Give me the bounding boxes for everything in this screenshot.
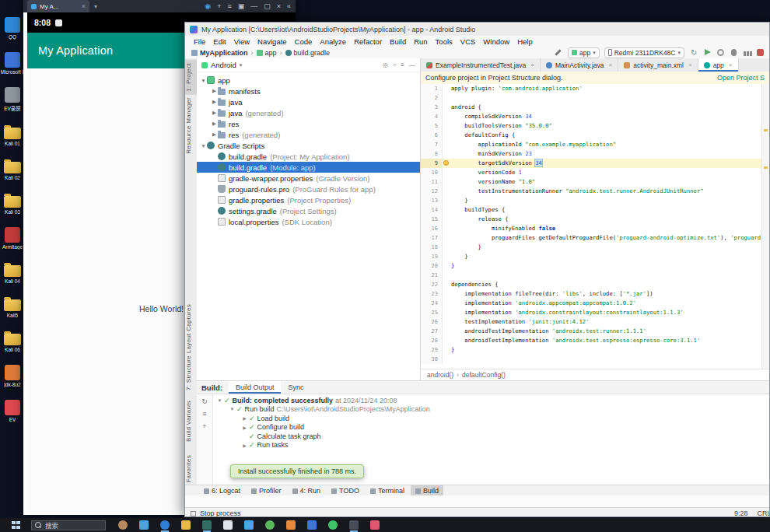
- tool-button-build-variants[interactable]: Build Variants: [185, 397, 197, 445]
- record-icon[interactable]: ◉: [205, 0, 211, 12]
- chevron-expanded-icon[interactable]: ▼: [200, 143, 207, 149]
- breadcrumb-item-build-gradle[interactable]: build.gradle: [285, 49, 331, 57]
- menu-tools[interactable]: Tools: [432, 37, 457, 46]
- build-step-load-build[interactable]: ▶✓Load build: [215, 414, 769, 423]
- editor-tab-exampleinstrumentedtest-java[interactable]: ExampleInstrumentedTest.java×: [421, 58, 541, 72]
- taskbar-search[interactable]: 搜索: [31, 520, 106, 530]
- debug-icon[interactable]: [729, 47, 739, 58]
- tree-item-build-gradle-project-my-application[interactable]: build.gradle(Project: My Application): [197, 151, 420, 162]
- taskbar-icon-qq[interactable]: [244, 520, 254, 530]
- device-dropdown[interactable]: Redmi 2311DRK48C ▾: [604, 47, 684, 58]
- tree-item-build-gradle-module-app[interactable]: build.gradle(Module: app): [197, 162, 420, 173]
- desktop-icon-folder-kali-02[interactable]: Kali 02: [0, 159, 25, 180]
- menu-analyze[interactable]: Analyze: [316, 37, 350, 46]
- desktop-icon-jdk[interactable]: jdk-8u2: [0, 365, 25, 387]
- chevron-collapsed-icon[interactable]: ▶: [211, 131, 218, 138]
- tool-button-layout-captures[interactable]: Layout Captures: [185, 301, 197, 356]
- build-tab-sync[interactable]: Sync: [281, 381, 310, 394]
- menu-refactor[interactable]: Refactor: [350, 37, 386, 46]
- menu-help[interactable]: Help: [513, 37, 537, 46]
- desktop-icon-folder-kali-05[interactable]: Kali5: [0, 296, 25, 318]
- chevron-icon[interactable]: ▶: [241, 415, 248, 421]
- popout-icon[interactable]: ▣: [238, 0, 245, 12]
- tree-item-res-generated[interactable]: ▶res(generated): [197, 129, 420, 140]
- tool-window-button-terminal[interactable]: Terminal: [366, 485, 409, 496]
- code-editor[interactable]: 1apply plugin: 'com.android.application'…: [421, 84, 762, 369]
- tool-window-button-build[interactable]: Build: [411, 485, 443, 496]
- taskbar-icon-android-studio[interactable]: [202, 520, 212, 530]
- build-step-run-build[interactable]: ▼✓Run build C:\Users\iot\AndroidStudioPr…: [215, 405, 769, 415]
- tab-close-icon[interactable]: ×: [82, 2, 86, 10]
- editor-tab-activity-main-xml[interactable]: activity_main.xml×: [618, 58, 698, 72]
- tool-window-button-6-logcat[interactable]: 6: Logcat: [199, 485, 245, 496]
- chevron-icon[interactable]: ▶: [241, 425, 248, 430]
- chevron-expanded-icon[interactable]: ▼: [200, 78, 207, 83]
- tree-item-settings-gradle-project-settings[interactable]: settings.gradle(Project Settings): [197, 205, 420, 216]
- minimize-icon[interactable]: —: [250, 0, 257, 12]
- stop-icon[interactable]: [755, 47, 765, 58]
- tab-close-icon[interactable]: ×: [530, 61, 534, 68]
- tab-close-icon[interactable]: ×: [729, 61, 733, 68]
- tool-button-1-project[interactable]: 1: Project: [185, 60, 197, 95]
- tree-item-gradle-scripts[interactable]: ▼Gradle Scripts: [197, 140, 420, 151]
- build-step-build-completed-successfully[interactable]: ▼✓Build: completed successfully at 2024/…: [215, 396, 769, 405]
- taskbar-icon-video-player[interactable]: [307, 520, 317, 530]
- close-icon[interactable]: ×: [277, 0, 281, 12]
- tool-window-button-4-run[interactable]: 4: Run: [288, 485, 326, 496]
- build-step-configure-build[interactable]: ▶✓Configure build: [215, 423, 769, 432]
- chevron-icon[interactable]: ▶: [241, 443, 248, 448]
- menu-run[interactable]: Run: [410, 37, 431, 46]
- tree-item-java[interactable]: ▶java: [197, 96, 420, 107]
- emulator-tab[interactable]: My A... ×: [27, 0, 89, 12]
- breadcrumb-item-app[interactable]: app: [257, 49, 277, 57]
- editor-tab-app[interactable]: app×: [698, 58, 739, 72]
- menu-code[interactable]: Code: [291, 37, 317, 46]
- wrench-icon[interactable]: [553, 47, 563, 58]
- taskbar-icon-sixsix[interactable]: [286, 520, 296, 530]
- build-step-run-tasks[interactable]: ▶✓Run tasks: [215, 441, 769, 450]
- view-options-icon[interactable]: ≡: [401, 61, 404, 68]
- apply-changes-icon[interactable]: [716, 47, 726, 58]
- stop-process-icon[interactable]: [191, 511, 196, 516]
- collapse-icon[interactable]: «: [287, 0, 291, 12]
- menu-window[interactable]: Window: [479, 37, 513, 46]
- desktop-icon-armitage[interactable]: Armitage: [0, 227, 25, 250]
- tab-close-icon[interactable]: ×: [688, 61, 692, 68]
- tree-item-gradle-properties-project-properties[interactable]: gradle.properties(Project Properties): [197, 194, 420, 205]
- caret-position[interactable]: 9:28: [734, 509, 748, 517]
- project-view-mode[interactable]: Android: [211, 61, 236, 69]
- chevron-collapsed-icon[interactable]: ▶: [211, 99, 218, 105]
- desktop-icon-ev-recorder[interactable]: EV录屏: [0, 87, 25, 112]
- desktop-icon-edge[interactable]: Microsoft Edge: [0, 52, 25, 75]
- tree-item-gradle-wrapper-properties-gradle-version[interactable]: gradle-wrapper.properties(Gradle Version…: [197, 173, 420, 184]
- desktop-icon-folder-kali-06[interactable]: Kali 06: [0, 331, 25, 352]
- profiler-icon[interactable]: [742, 47, 752, 58]
- rerun-build-icon[interactable]: ↻: [201, 397, 208, 405]
- build-step-calculate-task-graph[interactable]: ✓Calculate task graph: [215, 432, 769, 441]
- start-button[interactable]: [12, 521, 20, 530]
- filter-icon[interactable]: ≡: [202, 410, 206, 418]
- code-breadcrumb-defaultconfig[interactable]: defaultConfig(): [462, 371, 506, 379]
- open-project-structure-link[interactable]: Open Project S: [717, 74, 765, 82]
- tool-window-button-profiler[interactable]: Profiler: [247, 485, 286, 496]
- breadcrumb-item-myapplication[interactable]: MyApplication: [191, 49, 248, 57]
- taskbar-icon-edge-browser[interactable]: [160, 520, 170, 530]
- expand-all-icon[interactable]: +: [202, 422, 206, 430]
- add-tab-icon[interactable]: +: [217, 0, 221, 12]
- desktop-icon-folder-kali-03[interactable]: Kali 03: [0, 193, 25, 215]
- tree-item-local-properties-sdk-location[interactable]: local.properties(SDK Location): [197, 216, 420, 227]
- desktop-icon-folder-kali-04[interactable]: Kali 04: [0, 262, 25, 284]
- chevron-collapsed-icon[interactable]: ▶: [211, 110, 218, 116]
- menu-vcs[interactable]: VCS: [457, 37, 480, 46]
- menu-file[interactable]: File: [190, 37, 209, 46]
- chevron-collapsed-icon[interactable]: ▶: [211, 121, 218, 127]
- select-opened-file-icon[interactable]: ◎: [383, 61, 388, 68]
- menu-icon[interactable]: ≡: [227, 0, 231, 12]
- tool-window-button-todo[interactable]: TODO: [327, 485, 364, 496]
- maximize-icon[interactable]: ▢: [264, 0, 271, 12]
- tree-item-app[interactable]: ▼app: [197, 75, 420, 86]
- desktop-icon-folder-kali-01[interactable]: Kali 01: [0, 124, 25, 146]
- chevron-icon[interactable]: ▼: [229, 407, 236, 411]
- desktop-icon-qq[interactable]: QQ: [0, 17, 25, 40]
- menu-build[interactable]: Build: [386, 37, 410, 46]
